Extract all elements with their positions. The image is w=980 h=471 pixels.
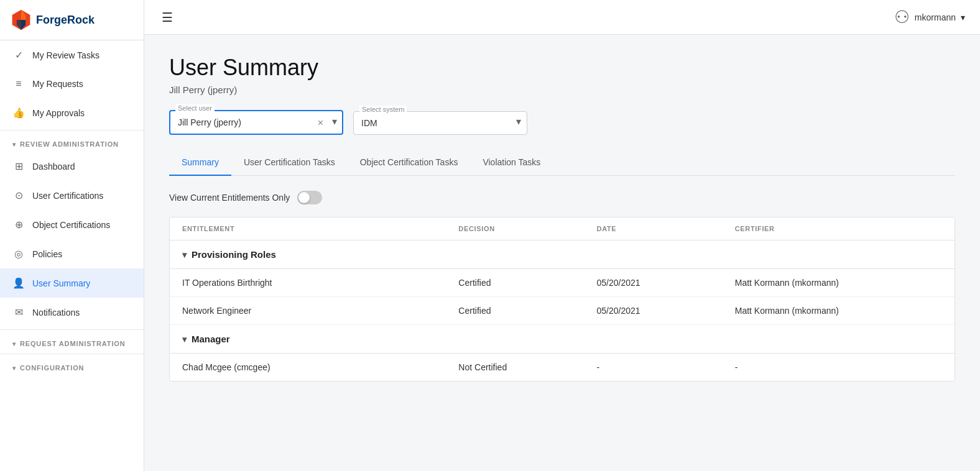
account-icon: ⚇: [894, 7, 910, 27]
group-name: Provisioning Roles: [192, 249, 276, 260]
user-cert-icon: ⊙: [12, 190, 25, 201]
chevron-down-icon: ▾: [12, 141, 16, 148]
table-row: Network Engineer Certified 05/20/2021 Ma…: [170, 297, 955, 325]
table-header: ENTITLEMENT DECISION DATE CERTIFIER: [170, 217, 955, 240]
logo-text: ForgeRock: [36, 14, 95, 27]
sidebar-item-dashboard[interactable]: ⊞ Dashboard: [0, 152, 144, 181]
group-manager[interactable]: ▾ Manager: [170, 325, 955, 354]
sidebar-item-label: Object Certifications: [32, 220, 110, 230]
sidebar-item-label: My Requests: [32, 79, 83, 89]
chevron-down-icon: ▾: [12, 341, 16, 347]
check-icon: ✓: [12, 49, 25, 61]
select-user-wrapper: Select user Jill Perry (jperry) × ▾: [169, 110, 343, 135]
config-label: CONFIGURATION: [20, 364, 85, 372]
sidebar-item-my-review-tasks[interactable]: ✓ My Review Tasks: [0, 40, 144, 70]
request-admin-label: REQUEST ADMINISTRATION: [20, 340, 126, 347]
username-label: mkormann: [915, 12, 956, 22]
tab-violation-tasks[interactable]: Violation Tasks: [470, 150, 553, 176]
page-content: User Summary Jill Perry (jperry) Select …: [144, 35, 980, 471]
page-subtitle: Jill Perry (jperry): [169, 85, 955, 95]
select-system-dropdown[interactable]: IDMADLDAP: [353, 111, 527, 135]
controls-row: Select user Jill Perry (jperry) × ▾ Sele…: [169, 110, 955, 135]
cell-decision: Certified: [458, 306, 596, 316]
cell-decision: Not Certified: [458, 362, 596, 372]
tab-summary[interactable]: Summary: [169, 150, 231, 176]
sidebar-item-label: Dashboard: [32, 162, 75, 171]
sidebar-item-policies[interactable]: ◎ Policies: [0, 239, 144, 268]
notifications-icon: ✉: [12, 306, 25, 318]
cell-certifier: -: [735, 362, 942, 372]
cell-date: 05/20/2021: [597, 306, 735, 316]
sidebar-item-label: My Review Tasks: [32, 50, 99, 60]
toggle-row: View Current Entitlements Only: [169, 191, 955, 204]
cell-certifier: Matt Kormann (mkormann): [735, 278, 942, 288]
list-icon: ≡: [12, 78, 25, 89]
toggle-label: View Current Entitlements Only: [169, 193, 290, 203]
col-certifier: CERTIFIER: [735, 225, 942, 232]
main-content: ☰ ⚇ mkormann ▾ User Summary Jill Perry (…: [144, 0, 980, 471]
sidebar-item-user-certifications[interactable]: ⊙ User Certifications: [0, 181, 144, 210]
config-section-label[interactable]: ▾ CONFIGURATION: [0, 357, 144, 375]
sidebar-navigation: ✓ My Review Tasks ≡ My Requests 👍 My App…: [0, 40, 144, 471]
group-provisioning-roles[interactable]: ▾ Provisioning Roles: [170, 240, 955, 269]
menu-button[interactable]: ☰: [159, 7, 175, 27]
cell-entitlement: IT Operations Birthright: [182, 278, 458, 288]
sidebar-logo: ForgeRock: [0, 0, 144, 40]
clear-user-button[interactable]: ×: [318, 117, 323, 129]
tab-object-cert-tasks[interactable]: Object Certification Tasks: [348, 150, 471, 176]
sidebar-item-label: Policies: [32, 249, 62, 259]
chevron-down-icon: ▾: [12, 365, 16, 372]
sidebar-item-my-requests[interactable]: ≡ My Requests: [0, 70, 144, 98]
current-entitlements-toggle[interactable]: [297, 191, 322, 204]
col-date: DATE: [597, 225, 735, 232]
page-title: User Summary: [169, 55, 955, 81]
sidebar-item-object-certifications[interactable]: ⊕ Object Certifications: [0, 210, 144, 239]
sidebar-item-user-summary[interactable]: 👤 User Summary: [0, 268, 144, 298]
cell-entitlement: Chad Mcgee (cmcgee): [182, 362, 458, 372]
cell-date: 05/20/2021: [597, 278, 735, 288]
cell-certifier: Matt Kormann (mkormann): [735, 306, 942, 316]
table-row: IT Operations Birthright Certified 05/20…: [170, 269, 955, 297]
chevron-down-icon: ▾: [182, 250, 187, 260]
sidebar-item-label: User Certifications: [32, 191, 103, 201]
sidebar-item-notifications[interactable]: ✉ Notifications: [0, 298, 144, 327]
table-row: Chad Mcgee (cmcgee) Not Certified - -: [170, 354, 955, 381]
review-admin-label: REVIEW ADMINISTRATION: [20, 140, 119, 148]
topbar: ☰ ⚇ mkormann ▾: [144, 0, 980, 35]
entitlements-table: ENTITLEMENT DECISION DATE CERTIFIER ▾ Pr…: [169, 217, 955, 382]
sidebar-item-my-approvals[interactable]: 👍 My Approvals: [0, 98, 144, 127]
col-entitlement: ENTITLEMENT: [182, 225, 458, 232]
tabs-row: Summary User Certification Tasks Object …: [169, 150, 955, 176]
object-cert-icon: ⊕: [12, 219, 25, 231]
group-name: Manager: [192, 334, 230, 344]
sidebar-item-label: Notifications: [32, 308, 80, 318]
dashboard-icon: ⊞: [12, 160, 25, 172]
sidebar: ForgeRock ✓ My Review Tasks ≡ My Request…: [0, 0, 144, 471]
thumbs-up-icon: 👍: [12, 107, 25, 119]
chevron-down-icon: ▾: [182, 334, 187, 344]
cell-decision: Certified: [458, 278, 596, 288]
select-user-label: Select user: [175, 104, 215, 112]
review-admin-section-label[interactable]: ▾ REVIEW ADMINISTRATION: [0, 133, 144, 152]
user-summary-icon: 👤: [12, 277, 25, 289]
cell-date: -: [597, 362, 735, 372]
select-system-label: Select system: [359, 106, 407, 113]
user-menu[interactable]: ⚇ mkormann ▾: [894, 7, 965, 27]
cell-entitlement: Network Engineer: [182, 306, 458, 316]
sidebar-item-label: My Approvals: [32, 108, 85, 118]
col-decision: DECISION: [458, 225, 596, 232]
forgerock-logo-icon: [10, 9, 32, 31]
policies-icon: ◎: [12, 248, 25, 260]
dropdown-arrow-icon: ▾: [961, 12, 965, 22]
forgerock-logo: ForgeRock: [10, 9, 95, 31]
request-admin-section-label[interactable]: ▾ REQUEST ADMINISTRATION: [0, 332, 144, 351]
select-system-wrapper: Select system IDMADLDAP ▾: [353, 111, 527, 135]
sidebar-item-label: User Summary: [32, 278, 90, 288]
tab-user-cert-tasks[interactable]: User Certification Tasks: [231, 150, 348, 176]
